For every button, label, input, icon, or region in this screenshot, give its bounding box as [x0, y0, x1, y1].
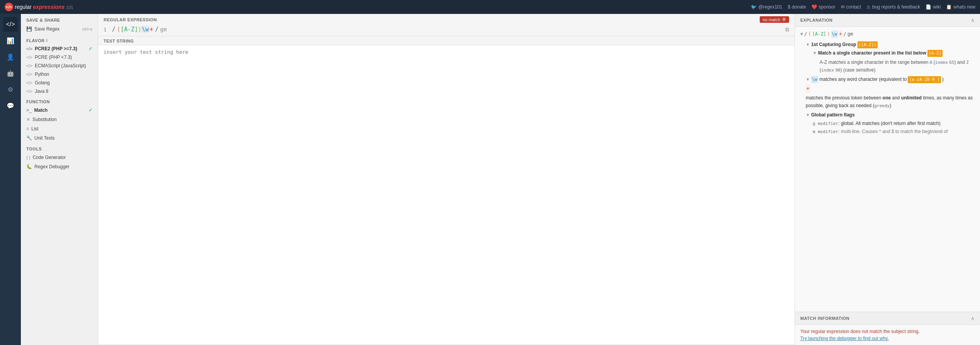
copy-button[interactable]: ⧉ [785, 26, 789, 33]
plus-token: + [149, 26, 153, 33]
flavor-java8-label: Java 8 [35, 89, 48, 94]
exp-toggle-capturing[interactable]: ▼ [806, 41, 810, 48]
left-panel: SAVE & SHARE 💾 Save Regex ctrl+s FLAVOR … [21, 14, 98, 345]
substitution-icon: ✕ [26, 117, 30, 122]
list-icon: ≡ [26, 126, 29, 132]
sidebar-item-comments[interactable]: 💬 [3, 98, 18, 113]
char-class: [A-Z] [121, 26, 138, 33]
test-string-header: TEST STRING [98, 36, 795, 45]
collapse-explanation-button[interactable]: ∧ [971, 17, 975, 23]
save-regex-label: Save Regex [34, 26, 60, 32]
flags: gm [160, 26, 167, 32]
explanation-regex-line: ▼ / ([A-Z])\w+ / gm [800, 31, 975, 38]
explanation-body: ▼ / ([A-Z])\w+ / gm ▼ 1st Capturing Grou… [795, 27, 980, 312]
test-string-input[interactable] [98, 45, 795, 345]
flavor-python-label: Python [35, 72, 49, 77]
regex-bar-label: REGULAR EXPRESSION [104, 17, 157, 22]
exp-node-w: ▼ \w matches any word character (equival… [806, 76, 975, 83]
capture-close: ) [138, 26, 141, 33]
code-icon: </> [6, 21, 15, 28]
code-generator-icon: { } [26, 155, 30, 160]
exp-capture-group-text: ( [808, 31, 811, 38]
match-info-header: MATCH INFORMATION ∧ [795, 312, 980, 325]
sidebar-item-settings[interactable]: ⚙ [3, 82, 18, 97]
twitter-link[interactable]: 🐦 @regex101 [751, 4, 782, 10]
info-icon[interactable]: ℹ [46, 38, 48, 43]
regex-input-row: 1 / ([A-Z])\w+ / gm ⧉ [98, 24, 795, 36]
test-string-section: TEST STRING [98, 36, 795, 345]
flavor-golang-label: Golang [35, 80, 50, 85]
contact-link[interactable]: ✉ contact [841, 4, 861, 10]
no-match-badge: no match ⚙ [760, 16, 789, 23]
exp-node-match-single: ▼ Match a single character present in th… [813, 50, 975, 74]
flavor-java8[interactable]: </> Java 8 [21, 87, 98, 96]
whatsnew-link[interactable]: 📋 whats new [946, 4, 975, 10]
flavor-code-icon: </> [26, 55, 32, 60]
exp-node-global-flags: ▼ Global pattern flags g modifier: globa… [806, 111, 975, 136]
save-shortcut: ctrl+s [82, 27, 92, 31]
flavor-pcre2[interactable]: </> PCRE2 (PHP >=7.3) ✓ [21, 44, 98, 53]
exp-w-text: \w [831, 31, 837, 38]
test-string-label: TEST STRING [104, 39, 134, 43]
function-match-label: Match [34, 108, 48, 113]
main-layout: </> 📊 👤 🤖 ⚙ 💬 SAVE & SHARE 💾 Save Regex … [0, 14, 980, 345]
exp-toggle-flags[interactable]: ▼ [806, 112, 810, 119]
flavor-ecmascript[interactable]: </> ECMAScript (JavaScript) [21, 61, 98, 70]
flavor-pcre2-label: PCRE2 (PHP >=7.3) [35, 46, 77, 51]
wiki-icon: 📄 [926, 4, 931, 10]
flavor-python[interactable]: </> Python [21, 70, 98, 79]
explanation-header: EXPLANATION ∧ [795, 14, 980, 27]
function-list-label: List [31, 126, 39, 132]
save-share-label: SAVE & SHARE [26, 18, 60, 22]
bug-link[interactable]: ⚠ bug reports & feedback [866, 4, 920, 10]
user-icon: 👤 [7, 53, 14, 61]
flavor-pcre[interactable]: </> PCRE (PHP <7.3) [21, 53, 98, 61]
no-match-text: no match [763, 17, 780, 22]
w-token: \w [141, 26, 149, 33]
save-regex-button[interactable]: 💾 Save Regex ctrl+s [21, 24, 98, 34]
sidebar-item-code[interactable]: </> [3, 17, 18, 32]
robot-icon: 🤖 [7, 70, 14, 77]
explanation-tree: ▼ 1st Capturing Group ([A-Z]) ▼ Match a … [800, 41, 975, 135]
sidebar-item-chart[interactable]: 📊 [3, 33, 18, 48]
center-area: REGULAR EXPRESSION no match ⚙ 1 / ([A-Z]… [98, 14, 795, 345]
flavor-pcre-label: PCRE (PHP <7.3) [35, 55, 72, 60]
logo: </> regular expressions 101 [5, 3, 73, 11]
exp-toggle-root[interactable]: ▼ [800, 31, 803, 38]
close-delimiter: / [155, 26, 158, 33]
debug-link[interactable]: Try launching the debugger to find out w… [800, 336, 975, 341]
exp-az-range: A-Z matches a single character in the ra… [820, 60, 969, 73]
sidebar-item-user[interactable]: 👤 [3, 50, 18, 64]
function-match[interactable]: >_ Match ✓ [21, 106, 98, 115]
donate-link[interactable]: $ donate [788, 4, 806, 10]
function-unit-tests[interactable]: 🔧 Unit Tests [21, 133, 98, 143]
exp-flags-children: g modifier: global. All matches (don't r… [806, 120, 975, 135]
exp-capturing-children: ▼ Match a single character present in th… [806, 50, 975, 74]
wiki-link[interactable]: 📄 wiki [926, 4, 941, 10]
collapse-match-info-button[interactable]: ∧ [971, 315, 975, 321]
sidebar-item-robot[interactable]: 🤖 [3, 66, 18, 80]
heart-icon: ❤️ [812, 4, 817, 10]
exp-toggle-w[interactable]: ▼ [806, 76, 810, 83]
whatsnew-icon: 📋 [946, 4, 952, 10]
twitter-icon: 🐦 [751, 4, 757, 10]
exp-toggle-match[interactable]: ▼ [813, 50, 817, 57]
check-icon: ✓ [88, 46, 92, 51]
flavor-code-icon: </> [26, 80, 32, 85]
logo-icon: </> [5, 3, 13, 11]
warning-icon: ⚠ [866, 4, 871, 10]
flavor-code-icon: </> [26, 63, 32, 68]
function-list[interactable]: ≡ List [21, 124, 98, 133]
save-share-section: SAVE & SHARE [21, 14, 98, 24]
tool-code-generator[interactable]: { } Code Generator [21, 153, 98, 162]
flavor-golang[interactable]: </> Golang [21, 79, 98, 87]
sponsor-link[interactable]: ❤️ sponsor [812, 4, 835, 10]
line-number: 1 [104, 27, 107, 32]
explanation-label: EXPLANATION [800, 18, 833, 22]
flavor-code-icon: </> [26, 89, 32, 94]
settings-small-icon: ⚙ [782, 17, 786, 22]
tool-regex-debugger[interactable]: 🐛 Regex Debugger [21, 162, 98, 171]
flavor-code-icon: </> [26, 72, 32, 77]
regex-bar: REGULAR EXPRESSION no match ⚙ 1 / ([A-Z]… [98, 14, 795, 36]
function-substitution[interactable]: ✕ Substitution [21, 115, 98, 124]
